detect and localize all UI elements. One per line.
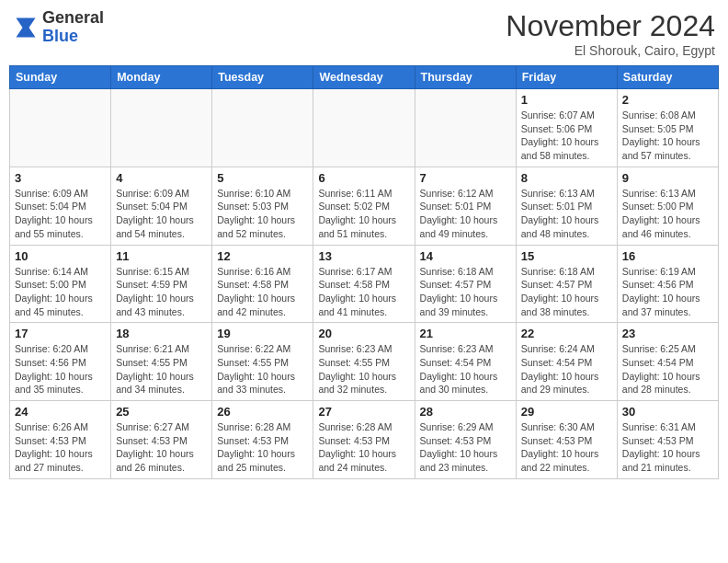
- day-number: 6: [318, 171, 409, 185]
- day-number: 9: [622, 171, 713, 185]
- calendar-cell: 9Sunrise: 6:13 AMSunset: 5:00 PMDaylight…: [617, 167, 718, 245]
- calendar-cell: 21Sunrise: 6:23 AMSunset: 4:54 PMDayligh…: [415, 323, 516, 401]
- day-info: Sunrise: 6:22 AMSunset: 4:55 PMDaylight:…: [217, 342, 308, 396]
- day-number: 30: [622, 405, 713, 419]
- calendar-cell: 17Sunrise: 6:20 AMSunset: 4:56 PMDayligh…: [10, 323, 111, 401]
- day-number: 4: [116, 171, 207, 185]
- day-number: 15: [521, 249, 612, 263]
- day-info: Sunrise: 6:26 AMSunset: 4:53 PMDaylight:…: [15, 420, 106, 475]
- day-info: Sunrise: 6:23 AMSunset: 4:54 PMDaylight:…: [420, 342, 511, 396]
- day-number: 22: [521, 327, 612, 340]
- calendar-cell: 1Sunrise: 6:07 AMSunset: 5:06 PMDaylight…: [516, 89, 617, 167]
- week-row-3: 10Sunrise: 6:14 AMSunset: 5:00 PMDayligh…: [10, 245, 719, 323]
- week-row-1: 1Sunrise: 6:07 AMSunset: 5:06 PMDaylight…: [10, 89, 719, 167]
- page-header: General Blue November 2024 El Shorouk, C…: [9, 9, 719, 58]
- calendar-cell: 3Sunrise: 6:09 AMSunset: 5:04 PMDaylight…: [10, 167, 111, 245]
- calendar-cell: [313, 89, 415, 167]
- day-info: Sunrise: 6:31 AMSunset: 4:53 PMDaylight:…: [622, 420, 713, 475]
- day-number: 26: [217, 405, 308, 419]
- weekday-header-row: SundayMondayTuesdayWednesdayThursdayFrid…: [10, 66, 719, 89]
- calendar-cell: 10Sunrise: 6:14 AMSunset: 5:00 PMDayligh…: [10, 245, 111, 323]
- location: El Shorouk, Cairo, Egypt: [506, 43, 715, 58]
- day-number: 20: [318, 327, 409, 340]
- day-info: Sunrise: 6:12 AMSunset: 5:01 PMDaylight:…: [420, 187, 511, 241]
- day-info: Sunrise: 6:29 AMSunset: 4:53 PMDaylight:…: [420, 420, 511, 475]
- calendar-cell: [111, 89, 212, 167]
- day-info: Sunrise: 6:25 AMSunset: 4:54 PMDaylight:…: [622, 342, 713, 396]
- weekday-header-thursday: Thursday: [415, 66, 516, 89]
- day-info: Sunrise: 6:09 AMSunset: 5:04 PMDaylight:…: [15, 187, 106, 241]
- day-info: Sunrise: 6:14 AMSunset: 5:00 PMDaylight:…: [15, 265, 106, 319]
- day-info: Sunrise: 6:30 AMSunset: 4:53 PMDaylight:…: [521, 420, 612, 475]
- day-info: Sunrise: 6:13 AMSunset: 5:00 PMDaylight:…: [622, 187, 713, 241]
- calendar-cell: 2Sunrise: 6:08 AMSunset: 5:05 PMDaylight…: [617, 89, 718, 167]
- calendar-cell: 6Sunrise: 6:11 AMSunset: 5:02 PMDaylight…: [313, 167, 415, 245]
- calendar-cell: [10, 89, 111, 167]
- weekday-header-saturday: Saturday: [617, 66, 718, 89]
- calendar-cell: 16Sunrise: 6:19 AMSunset: 4:56 PMDayligh…: [617, 245, 718, 323]
- day-number: 7: [420, 171, 511, 185]
- calendar-cell: 24Sunrise: 6:26 AMSunset: 4:53 PMDayligh…: [10, 401, 111, 479]
- weekday-header-tuesday: Tuesday: [212, 66, 313, 89]
- day-info: Sunrise: 6:07 AMSunset: 5:06 PMDaylight:…: [521, 109, 612, 163]
- day-info: Sunrise: 6:23 AMSunset: 4:55 PMDaylight:…: [318, 342, 409, 396]
- day-number: 16: [622, 249, 713, 263]
- day-info: Sunrise: 6:08 AMSunset: 5:05 PMDaylight:…: [622, 109, 713, 163]
- calendar-cell: 13Sunrise: 6:17 AMSunset: 4:58 PMDayligh…: [313, 245, 415, 323]
- calendar-cell: 29Sunrise: 6:30 AMSunset: 4:53 PMDayligh…: [516, 401, 617, 479]
- day-number: 23: [622, 327, 713, 340]
- day-info: Sunrise: 6:17 AMSunset: 4:58 PMDaylight:…: [318, 265, 409, 319]
- day-info: Sunrise: 6:27 AMSunset: 4:53 PMDaylight:…: [116, 420, 207, 475]
- calendar-cell: [415, 89, 516, 167]
- day-info: Sunrise: 6:19 AMSunset: 4:56 PMDaylight:…: [622, 265, 713, 319]
- week-row-2: 3Sunrise: 6:09 AMSunset: 5:04 PMDaylight…: [10, 167, 719, 245]
- day-number: 24: [15, 405, 106, 419]
- day-number: 19: [217, 327, 308, 340]
- calendar-cell: 26Sunrise: 6:28 AMSunset: 4:53 PMDayligh…: [212, 401, 313, 479]
- day-info: Sunrise: 6:09 AMSunset: 5:04 PMDaylight:…: [116, 187, 207, 241]
- day-info: Sunrise: 6:28 AMSunset: 4:53 PMDaylight:…: [217, 420, 308, 475]
- day-info: Sunrise: 6:15 AMSunset: 4:59 PMDaylight:…: [116, 265, 207, 319]
- day-info: Sunrise: 6:13 AMSunset: 5:01 PMDaylight:…: [521, 187, 612, 241]
- day-number: 18: [116, 327, 207, 340]
- day-info: Sunrise: 6:18 AMSunset: 4:57 PMDaylight:…: [521, 265, 612, 319]
- day-number: 14: [420, 249, 511, 263]
- day-info: Sunrise: 6:24 AMSunset: 4:54 PMDaylight:…: [521, 342, 612, 396]
- day-number: 12: [217, 249, 308, 263]
- day-number: 10: [15, 249, 106, 263]
- day-number: 21: [420, 327, 511, 340]
- calendar-cell: 28Sunrise: 6:29 AMSunset: 4:53 PMDayligh…: [415, 401, 516, 479]
- logo-icon: [13, 15, 39, 40]
- day-number: 29: [521, 405, 612, 419]
- calendar-cell: 15Sunrise: 6:18 AMSunset: 4:57 PMDayligh…: [516, 245, 617, 323]
- week-row-4: 17Sunrise: 6:20 AMSunset: 4:56 PMDayligh…: [10, 323, 719, 401]
- day-info: Sunrise: 6:18 AMSunset: 4:57 PMDaylight:…: [420, 265, 511, 319]
- day-number: 5: [217, 171, 308, 185]
- day-info: Sunrise: 6:10 AMSunset: 5:03 PMDaylight:…: [217, 187, 308, 241]
- logo-text: General Blue: [42, 9, 104, 46]
- calendar-cell: 22Sunrise: 6:24 AMSunset: 4:54 PMDayligh…: [516, 323, 617, 401]
- day-number: 28: [420, 405, 511, 419]
- weekday-header-sunday: Sunday: [10, 66, 111, 89]
- calendar-cell: [212, 89, 313, 167]
- calendar-table: SundayMondayTuesdayWednesdayThursdayFrid…: [9, 65, 719, 479]
- calendar-cell: 12Sunrise: 6:16 AMSunset: 4:58 PMDayligh…: [212, 245, 313, 323]
- logo: General Blue: [13, 9, 104, 46]
- calendar-cell: 4Sunrise: 6:09 AMSunset: 5:04 PMDaylight…: [111, 167, 212, 245]
- calendar-cell: 25Sunrise: 6:27 AMSunset: 4:53 PMDayligh…: [111, 401, 212, 479]
- day-number: 1: [521, 93, 612, 107]
- day-info: Sunrise: 6:11 AMSunset: 5:02 PMDaylight:…: [318, 187, 409, 241]
- calendar-cell: 5Sunrise: 6:10 AMSunset: 5:03 PMDaylight…: [212, 167, 313, 245]
- day-number: 8: [521, 171, 612, 185]
- weekday-header-friday: Friday: [516, 66, 617, 89]
- calendar-cell: 11Sunrise: 6:15 AMSunset: 4:59 PMDayligh…: [111, 245, 212, 323]
- weekday-header-wednesday: Wednesday: [313, 66, 415, 89]
- calendar-cell: 19Sunrise: 6:22 AMSunset: 4:55 PMDayligh…: [212, 323, 313, 401]
- day-number: 2: [622, 93, 713, 107]
- calendar-cell: 20Sunrise: 6:23 AMSunset: 4:55 PMDayligh…: [313, 323, 415, 401]
- title-block: November 2024 El Shorouk, Cairo, Egypt: [506, 9, 715, 58]
- day-info: Sunrise: 6:21 AMSunset: 4:55 PMDaylight:…: [116, 342, 207, 396]
- day-number: 13: [318, 249, 409, 263]
- day-info: Sunrise: 6:16 AMSunset: 4:58 PMDaylight:…: [217, 265, 308, 319]
- day-number: 27: [318, 405, 409, 419]
